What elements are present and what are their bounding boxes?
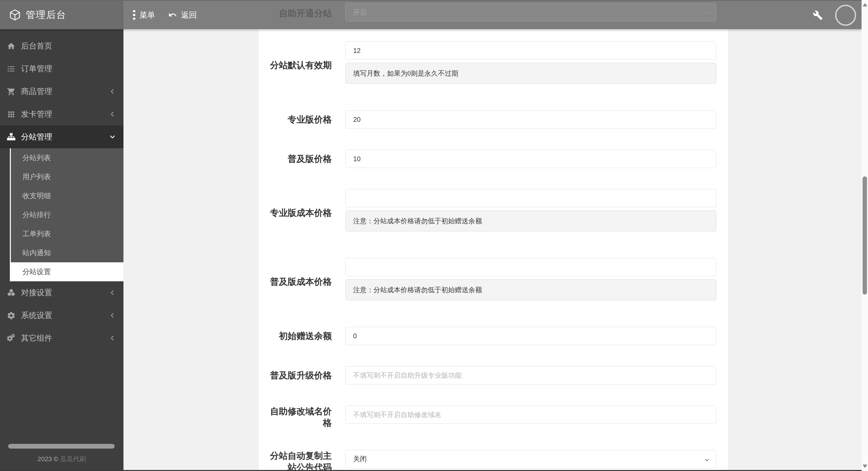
field-label: 专业版成本价格 xyxy=(267,189,332,237)
cubes-icon xyxy=(7,288,16,297)
form-row: 专业版价格 xyxy=(267,110,728,129)
sidebar-item-cards[interactable]: 发卡管理 xyxy=(0,103,123,126)
form-row: 普及版成本价格 注意：分站成本价格请勿低于初始赠送余额 xyxy=(267,258,728,306)
sidebar-item-label: 商品管理 xyxy=(21,86,52,97)
auto-copy-notice-select[interactable]: 关闭 xyxy=(345,450,716,468)
submenu-item-ticket-list[interactable]: 工单列表 xyxy=(11,224,123,243)
scrollbar-down-arrow[interactable] xyxy=(863,465,867,468)
wrench-icon[interactable] xyxy=(813,10,823,20)
sidebar-item-integrations[interactable]: 对接设置 xyxy=(0,281,123,304)
footer-year: 2023 © xyxy=(38,455,60,463)
field-help-note: 填写月数，如果为0则是永久不过期 xyxy=(345,63,716,84)
submenu-item-income-detail[interactable]: 收支明细 xyxy=(11,186,123,205)
sidebar-item-label: 订单管理 xyxy=(21,63,52,74)
sidebar-item-label: 系统设置 xyxy=(21,310,52,321)
scrollbar-up-arrow[interactable] xyxy=(863,3,867,6)
form-row: 分站默认有效期 填写月数，如果为0则是永久不过期 xyxy=(267,41,728,89)
sidebar-item-dashboard[interactable]: 后台首页 xyxy=(0,35,123,57)
sidebar-item-label: 对接设置 xyxy=(21,287,52,298)
field-label: 自助修改域名价格 xyxy=(267,406,332,429)
field-help-note: 注意：分站成本价格请勿低于初始赠送余额 xyxy=(345,210,716,231)
sidebar-item-products[interactable]: 商品管理 xyxy=(0,80,123,103)
submenu-label: 分站设置 xyxy=(22,267,51,277)
chevron-down-icon xyxy=(110,134,115,140)
vertical-dots-icon xyxy=(133,10,135,20)
chevron-left-icon xyxy=(110,290,115,296)
form-row: 初始赠送余额 xyxy=(267,327,728,345)
chevron-down-icon xyxy=(704,10,710,16)
submenu-item-site-notice[interactable]: 站内通知 xyxy=(11,243,123,262)
ghost-form-label: 自助开通分站 xyxy=(267,7,332,19)
upgrade-price-input[interactable] xyxy=(345,366,716,384)
page-scrollbar[interactable] xyxy=(862,0,868,471)
cube-logo-icon xyxy=(9,9,21,21)
ghost-select[interactable]: 开启 xyxy=(345,3,716,21)
back-button[interactable]: 返回 xyxy=(168,1,197,29)
submenu-item-user-list[interactable]: 用户列表 xyxy=(11,167,123,186)
domain-change-price-input[interactable] xyxy=(345,406,716,424)
initial-gift-balance-input[interactable] xyxy=(345,327,716,345)
basic-cost-price-input[interactable] xyxy=(345,258,716,276)
main-content: 分站默认有效期 填写月数，如果为0则是永久不过期 专业版价格 普及版价格 专业版… xyxy=(123,29,862,471)
submenu-item-site-settings[interactable]: 分站设置 xyxy=(11,262,123,281)
form-row: 普及版价格 xyxy=(267,150,728,168)
chevron-left-icon xyxy=(110,89,115,94)
sidebar-nav: 后台首页 订单管理 商品管理 发卡管理 分站管理 分站列表 用户列表 收支明细 … xyxy=(0,29,123,471)
back-button-label: 返回 xyxy=(181,10,197,20)
sidebar-item-label: 发卡管理 xyxy=(21,109,52,119)
select-value: 关闭 xyxy=(353,454,367,464)
sidebar-item-label: 后台首页 xyxy=(21,41,52,51)
basic-price-input[interactable] xyxy=(345,150,716,168)
submenu-label: 站内通知 xyxy=(22,248,51,258)
submenu-label: 用户列表 xyxy=(22,172,51,182)
form-row: 普及版升级价格 xyxy=(267,366,728,384)
field-label: 普及版价格 xyxy=(267,150,332,168)
menu-toggle-button[interactable]: 菜单 xyxy=(133,1,155,29)
home-icon xyxy=(7,42,16,51)
footer-brand: 瓜瓜代刷 xyxy=(60,455,86,463)
app-title: 管理后台 xyxy=(26,8,66,21)
pro-price-input[interactable] xyxy=(345,110,716,129)
default-validity-input[interactable] xyxy=(345,41,716,60)
sidebar-horizontal-scrollbar[interactable] xyxy=(8,444,115,449)
field-label: 普及版升级价格 xyxy=(267,366,332,384)
menu-button-label: 菜单 xyxy=(139,10,155,20)
sitemap-icon xyxy=(7,133,16,142)
substations-submenu: 分站列表 用户列表 收支明细 分站排行 工单列表 站内通知 分站设置 xyxy=(10,148,123,281)
sidebar-item-substations[interactable]: 分站管理 xyxy=(0,126,123,148)
list-icon xyxy=(7,64,16,73)
chevron-down-icon xyxy=(704,457,710,463)
chevron-left-icon xyxy=(110,313,115,318)
scrollbar-thumb[interactable] xyxy=(863,176,867,295)
sidebar-item-label: 分站管理 xyxy=(21,132,52,142)
top-navbar: 自助开通分站 开启 管理后台 菜单 返回 xyxy=(0,0,862,29)
field-label: 初始赠送余额 xyxy=(267,327,332,345)
gear-icon xyxy=(7,311,16,320)
chevron-left-icon xyxy=(110,335,115,341)
field-label: 专业版价格 xyxy=(267,110,332,129)
field-label: 普及版成本价格 xyxy=(267,258,332,306)
sidebar-item-system-settings[interactable]: 系统设置 xyxy=(0,304,123,327)
sidebar-item-orders[interactable]: 订单管理 xyxy=(0,57,123,80)
field-label: 分站自动复制主站公告代码 xyxy=(267,450,332,471)
settings-form-panel: 分站默认有效期 填写月数，如果为0则是永久不过期 专业版价格 普及版价格 专业版… xyxy=(259,29,728,471)
ghost-select-value: 开启 xyxy=(353,8,367,17)
form-row: 专业版成本价格 注意：分站成本价格请勿低于初始赠送余额 xyxy=(267,189,728,237)
grid-icon xyxy=(7,110,16,119)
cart-icon xyxy=(7,87,16,96)
submenu-label: 分站列表 xyxy=(22,153,51,163)
app-brand[interactable]: 管理后台 xyxy=(0,1,123,29)
submenu-item-site-ranking[interactable]: 分站排行 xyxy=(11,205,123,224)
submenu-label: 工单列表 xyxy=(22,229,51,239)
pro-cost-price-input[interactable] xyxy=(345,189,716,207)
user-avatar[interactable] xyxy=(835,5,856,26)
submenu-item-site-list[interactable]: 分站列表 xyxy=(11,148,123,167)
field-help-note: 注意：分站成本价格请勿低于初始赠送余额 xyxy=(345,279,716,300)
form-row: 自助修改域名价格 xyxy=(267,406,728,429)
field-label: 分站默认有效期 xyxy=(267,41,332,89)
submenu-label: 分站排行 xyxy=(22,210,51,220)
sidebar-item-other-components[interactable]: 其它组件 xyxy=(0,327,123,350)
form-row: 分站自动复制主站公告代码 关闭 xyxy=(267,450,728,471)
sidebar-footer: 2023 © 瓜瓜代刷 xyxy=(0,455,123,464)
undo-arrow-icon xyxy=(168,11,177,19)
